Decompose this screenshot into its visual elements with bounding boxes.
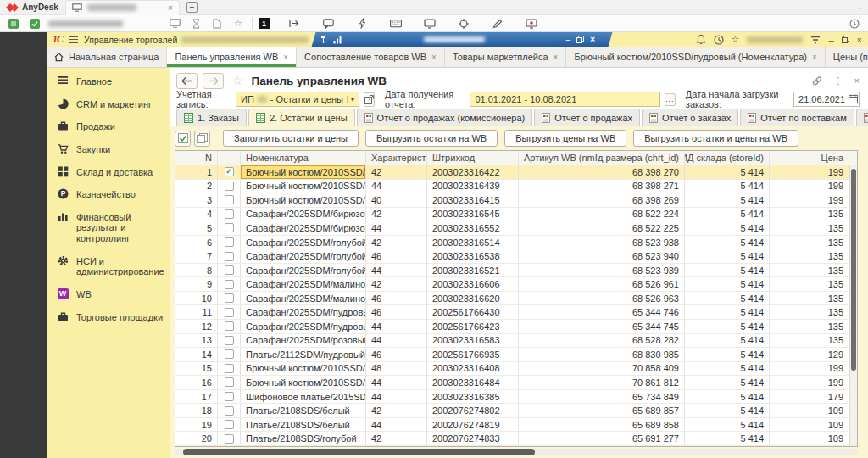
cell-name[interactable]: Шифоновое платье/2015SDM/синий [241, 390, 366, 404]
cell-barcode[interactable]: 2003023316545 [427, 208, 519, 221]
cell-article[interactable] [519, 180, 598, 193]
cell-name[interactable]: Сарафан/2025SDM/розовый [241, 334, 366, 348]
button-Выгрузить остатки на WB[interactable]: Выгрузить остатки на WB [365, 130, 498, 147]
cell-article[interactable] [519, 418, 598, 432]
row-checkbox-cell[interactable] [218, 221, 241, 235]
cell-n[interactable]: 14 [175, 348, 218, 361]
cell-article[interactable] [519, 208, 598, 221]
cell-chrt_id[interactable]: 68 398 270 [598, 165, 685, 179]
cell-chrt_id[interactable]: 68 398 269 [598, 193, 685, 207]
table-row[interactable]: 1✓Брючный костюм/2010SSD/белый4220030233… [175, 165, 857, 180]
column-header-chrt_id[interactable]: Код размера (chrt_id) [598, 151, 685, 165]
checkbox-checked[interactable]: ✓ [225, 167, 234, 176]
cell-price[interactable]: 135 [770, 305, 849, 319]
checkbox-unchecked[interactable] [225, 265, 234, 275]
cell-barcode[interactable]: 2003023316484 [427, 376, 519, 389]
forward-button[interactable] [203, 73, 224, 89]
cell-price[interactable]: 109 [770, 418, 849, 432]
row-checkbox-cell[interactable] [218, 249, 241, 263]
cell-article[interactable] [519, 249, 598, 263]
checkbox-unchecked[interactable] [225, 336, 234, 345]
sidebar-item-Продажи[interactable]: Продажи [47, 115, 170, 138]
cell-size[interactable]: 44 [366, 390, 427, 404]
hourglass-icon[interactable] [188, 17, 203, 31]
cell-name[interactable]: Сарафан/2025SDM/голубой [241, 264, 366, 277]
cell-barcode[interactable]: 2003023316538 [427, 249, 519, 263]
cell-size[interactable]: 48 [366, 362, 427, 376]
button-Выгрузить цены на WB[interactable]: Выгрузить цены на WB [504, 130, 626, 147]
cell-store_id[interactable]: 5 414 [685, 277, 770, 291]
close-tab-icon[interactable]: × [431, 53, 437, 62]
table-row[interactable]: 2Брючный костюм/2010SSD/белый44200302331… [175, 180, 857, 194]
cell-store_id[interactable]: 5 414 [685, 418, 770, 432]
chevron-down-icon[interactable]: ▾ [347, 96, 354, 103]
row-checkbox-cell[interactable] [218, 432, 241, 445]
cell-size[interactable]: 46 [366, 305, 427, 319]
checkbox-unchecked[interactable] [225, 223, 234, 232]
row-checkbox-cell[interactable] [218, 390, 241, 404]
orders-date-field[interactable]: 21.06.2021 [793, 92, 860, 107]
column-header-price[interactable]: Цена [770, 151, 849, 165]
favorite-star-icon[interactable]: ☆ [232, 74, 243, 87]
cell-store_id[interactable]: 5 414 [685, 264, 770, 277]
uncheck-all-icon[interactable] [194, 131, 210, 147]
report-date-field[interactable]: 01.01.2021 - 10.08.2021 [470, 92, 659, 107]
cell-store_id[interactable]: 5 414 [685, 404, 770, 417]
cell-size[interactable]: 44 [366, 320, 427, 333]
cell-barcode[interactable]: 2002076274819 [427, 418, 519, 432]
checkbox-unchecked[interactable] [225, 308, 234, 317]
table-row[interactable]: 9Сарафан/2025SDM/малиновый42200302331660… [175, 277, 857, 292]
cell-chrt_id[interactable]: 68 398 271 [598, 180, 685, 193]
cell-chrt_id[interactable]: 65 691 277 [598, 432, 685, 445]
cell-n[interactable]: 9 [175, 277, 218, 291]
table-row[interactable]: 13Сарафан/2025SDM/розовый442003023316583… [175, 334, 857, 349]
cell-size[interactable]: 42 [366, 208, 427, 221]
cell-store_id[interactable]: 5 414 [685, 376, 770, 389]
cell-store_id[interactable]: 5 414 [685, 292, 770, 305]
button-Выгрузить остатки и цены на WB[interactable]: Выгрузить остатки и цены на WB [633, 130, 798, 147]
row-checkbox-cell[interactable] [218, 193, 241, 207]
cell-size[interactable]: 42 [366, 404, 427, 417]
cell-size[interactable]: 42 [366, 165, 427, 179]
table-row[interactable]: 7Сарафан/2025SDM/голубой4620030233165386… [175, 249, 857, 264]
cell-store_id[interactable]: 5 414 [685, 432, 770, 445]
horizontal-scrollbar-thumb[interactable] [183, 449, 535, 455]
cell-barcode[interactable]: 2003023316583 [427, 334, 519, 348]
cell-article[interactable] [519, 292, 598, 305]
cell-article[interactable] [519, 236, 598, 249]
row-checkbox-cell[interactable] [218, 418, 241, 432]
cell-size[interactable]: 44 [366, 418, 427, 432]
cell-barcode[interactable]: 2003023316620 [427, 292, 519, 305]
cell-store_id[interactable]: 5 414 [685, 236, 770, 249]
cell-n[interactable]: 5 [175, 221, 218, 235]
row-checkbox-cell[interactable] [218, 376, 241, 389]
cell-barcode[interactable]: 2003023316439 [427, 180, 519, 193]
more-menu-icon[interactable]: ⋮ [834, 75, 843, 87]
cell-size[interactable]: 44 [366, 376, 427, 389]
cell-chrt_id[interactable]: 65 344 746 [598, 305, 685, 319]
cell-n[interactable]: 18 [175, 404, 218, 417]
cell-n[interactable]: 17 [175, 390, 218, 404]
cell-name[interactable]: Сарафан/2025SDM/пудровый [241, 305, 366, 319]
cell-price[interactable]: 199 [770, 376, 849, 389]
row-checkbox-cell[interactable] [218, 180, 241, 193]
cell-size[interactable]: 44 [366, 180, 427, 193]
cell-n[interactable]: 1 [175, 165, 218, 179]
history-clock-icon[interactable] [714, 35, 724, 45]
tab-Брючный костюм/2010SSD/пудровый (Номенклатура)[interactable]: Брючный костюм/2010SSD/пудровый (Номенкл… [566, 47, 825, 67]
account-combobox[interactable]: ИП - Остатки и цены ▾ [236, 92, 359, 107]
open-account-button[interactable] [364, 92, 375, 107]
cell-barcode[interactable]: 2002076274833 [427, 432, 519, 445]
cell-article[interactable] [519, 165, 598, 179]
cell-barcode[interactable]: 2003023316514 [427, 236, 519, 249]
crosshair-icon[interactable] [456, 17, 471, 31]
column-header-article[interactable]: Артикул WB (nmId) [519, 151, 598, 165]
checkbox-unchecked[interactable] [225, 377, 234, 387]
row-checkbox-cell[interactable] [218, 208, 241, 221]
cell-store_id[interactable]: 5 414 [685, 165, 770, 179]
cell-barcode[interactable]: 2003023316552 [427, 221, 519, 235]
cell-barcode[interactable]: 2003023316415 [427, 193, 519, 207]
anydesk-session-tab[interactable]: × [65, 0, 180, 15]
table-row[interactable]: 14Платье/2112SDM/пудровый-веточки4620025… [175, 348, 857, 362]
cell-size[interactable]: 42 [366, 277, 427, 291]
